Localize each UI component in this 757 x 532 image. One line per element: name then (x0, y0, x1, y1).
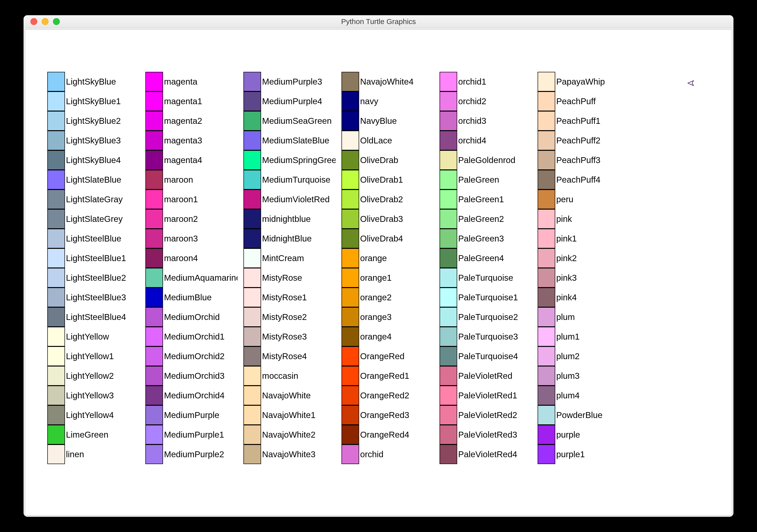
color-swatch (538, 346, 555, 366)
color-row: maroon (145, 170, 238, 190)
color-swatch (47, 150, 65, 170)
color-row: LightSlateBlue (47, 170, 140, 190)
color-row: NavajoWhite3 (243, 445, 337, 464)
color-row: MediumPurple1 (145, 425, 238, 445)
color-swatch (47, 72, 65, 91)
color-label: maroon1 (164, 194, 198, 204)
color-label: PaleGreen1 (458, 194, 504, 204)
color-swatch (47, 288, 65, 307)
color-label: NavyBlue (360, 116, 397, 126)
color-row: MediumTurquoise (243, 170, 337, 190)
color-row: orange2 (342, 288, 435, 307)
color-row: purple (538, 425, 631, 445)
color-row: LightYellow3 (47, 386, 140, 405)
color-label: PaleVioletRed4 (458, 450, 517, 459)
color-label: MediumPurple1 (164, 430, 224, 440)
color-label: orange4 (360, 332, 391, 341)
color-row: magenta1 (145, 91, 238, 111)
color-row: MediumSpringGreen (243, 150, 337, 170)
color-label: OliveDrab2 (360, 194, 403, 204)
color-row: NavajoWhite4 (342, 72, 435, 91)
color-swatch (538, 386, 555, 405)
color-label: MediumOrchid1 (164, 332, 225, 341)
color-label: PaleVioletRed (458, 371, 512, 381)
color-swatch (145, 248, 163, 268)
color-label: MidnightBlue (262, 234, 312, 243)
color-label: PaleGreen (458, 175, 499, 185)
color-swatch (243, 229, 261, 248)
color-row: maroon2 (145, 209, 238, 229)
color-swatch (538, 366, 555, 386)
color-row: orchid3 (439, 111, 533, 131)
color-label: plum2 (556, 351, 580, 361)
color-row: MediumSeaGreen (243, 111, 337, 131)
color-label: magenta1 (164, 96, 202, 106)
color-swatch (439, 170, 457, 190)
color-swatch (538, 248, 555, 268)
color-label: MistyRose2 (262, 312, 307, 322)
color-label: MediumSpringGreen (262, 155, 336, 165)
color-label: LightSteelBlue1 (66, 253, 126, 263)
color-label: LightSteelBlue (66, 234, 121, 243)
color-label: LightSkyBlue1 (66, 96, 121, 106)
titlebar[interactable]: Python Turtle Graphics (23, 15, 734, 28)
color-swatch (342, 131, 359, 150)
color-swatch (342, 150, 359, 170)
color-label: LimeGreen (66, 430, 108, 440)
color-swatch (439, 91, 457, 111)
color-label: OrangeRed (360, 351, 405, 361)
color-swatch (342, 425, 359, 445)
color-column: orchid1orchid2orchid3orchid4PaleGoldenro… (439, 72, 533, 464)
window-controls (30, 18, 60, 25)
color-label: LightSteelBlue4 (66, 312, 126, 322)
color-swatch (243, 111, 261, 131)
color-label: PaleVioletRed3 (458, 430, 517, 440)
color-swatch (243, 366, 261, 386)
color-row: PaleTurquoise1 (439, 288, 533, 307)
color-swatch (342, 72, 359, 91)
color-swatch (47, 268, 65, 288)
color-row: plum1 (538, 327, 631, 346)
color-swatch (439, 386, 457, 405)
color-swatch (145, 268, 163, 288)
color-row: orchid1 (439, 72, 533, 91)
zoom-button[interactable] (53, 18, 60, 25)
color-swatch (145, 170, 163, 190)
color-row: plum2 (538, 346, 631, 366)
color-label: OldLace (360, 136, 392, 145)
color-label: PaleGreen3 (458, 234, 504, 243)
color-row: LightSkyBlue1 (47, 91, 140, 111)
close-button[interactable] (30, 18, 37, 25)
color-swatch (47, 307, 65, 327)
color-row: OrangeRed2 (342, 386, 435, 405)
color-swatch (243, 307, 261, 327)
color-swatch (47, 425, 65, 445)
color-swatch (342, 405, 359, 425)
color-label: maroon3 (164, 234, 198, 243)
color-label: MediumSeaGreen (262, 116, 332, 126)
color-swatch (538, 209, 555, 229)
color-label: linen (66, 450, 84, 459)
color-row: MistyRose2 (243, 307, 337, 327)
color-swatch (47, 190, 65, 209)
color-swatch (243, 248, 261, 268)
minimize-button[interactable] (42, 18, 48, 25)
color-label: orchid (360, 450, 383, 459)
color-label: LightYellow2 (66, 371, 114, 381)
color-row: MediumOrchid1 (145, 327, 238, 346)
color-label: orchid1 (458, 77, 486, 86)
color-swatch (47, 209, 65, 229)
color-row: MediumOrchid (145, 307, 238, 327)
color-label: MediumTurquoise (262, 175, 330, 185)
color-label: orange3 (360, 312, 391, 322)
color-label: PaleTurquoise (458, 273, 513, 283)
color-column: magentamagenta1magenta2magenta3magenta4m… (145, 72, 238, 464)
color-swatch (243, 425, 261, 445)
color-swatch (439, 248, 457, 268)
color-swatch (342, 268, 359, 288)
color-row: LimeGreen (47, 425, 140, 445)
color-label: MediumOrchid2 (164, 351, 225, 361)
color-swatch (439, 307, 457, 327)
color-label: orchid4 (458, 136, 486, 145)
color-label: pink4 (556, 293, 577, 302)
